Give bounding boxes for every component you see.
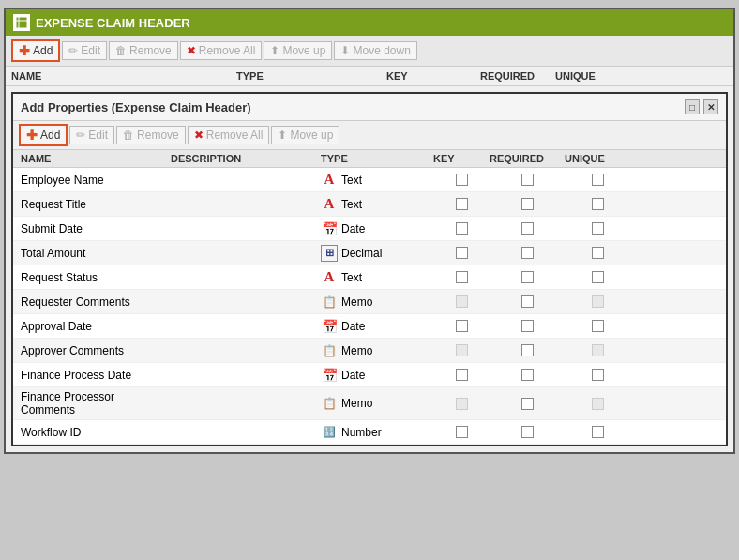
key-checkbox[interactable]	[456, 247, 468, 259]
row-type: A Text	[321, 269, 433, 286]
move-down-button[interactable]: ⬇ Move down	[334, 41, 416, 60]
add-button[interactable]: ✚ Add	[11, 39, 60, 62]
sub-column-header: NAME DESCRIPTION TYPE KEY REQUIRED UNIQU…	[13, 150, 726, 168]
decimal-type-icon: ⊞	[321, 245, 338, 262]
date-type-icon: 📅	[321, 367, 338, 384]
required-checkbox[interactable]	[521, 198, 534, 210]
unique-checkbox[interactable]	[592, 426, 604, 438]
remove-all-label: Remove All	[199, 44, 256, 57]
minimize-button[interactable]: □	[685, 99, 700, 114]
row-name: Workflow ID	[21, 426, 171, 439]
key-cell	[433, 174, 490, 186]
edit-button[interactable]: ✏ Edit	[62, 41, 107, 60]
date-type-icon: 📅	[321, 318, 338, 335]
sub-move-up-button[interactable]: ⬆ Move up	[271, 126, 339, 144]
row-type: 🔢 Number	[321, 424, 433, 441]
unique-cell	[565, 174, 630, 186]
unique-cell	[565, 271, 630, 283]
required-checkbox[interactable]	[521, 344, 534, 356]
required-checkbox[interactable]	[521, 222, 534, 235]
memo-type-icon: 📋	[321, 342, 338, 359]
required-checkbox[interactable]	[521, 295, 534, 308]
type-label: Memo	[341, 397, 372, 410]
row-name: Approval Date	[21, 320, 171, 333]
row-name: Total Amount	[21, 247, 171, 260]
unique-checkbox[interactable]	[592, 222, 604, 235]
sub-remove-button[interactable]: 🗑 Remove	[116, 126, 186, 144]
unique-checkbox[interactable]	[592, 198, 604, 210]
required-cell	[490, 320, 565, 332]
unique-cell	[565, 369, 630, 381]
table-row: Workflow ID 🔢 Number	[13, 420, 726, 445]
sub-panel: Add Properties (Expense Claim Header) □ …	[11, 92, 728, 446]
sub-col-required: REQUIRED	[490, 153, 565, 164]
required-checkbox[interactable]	[521, 369, 534, 381]
type-label: Text	[341, 174, 362, 187]
sub-remove-all-button[interactable]: ✖ Remove All	[188, 126, 270, 144]
unique-checkbox[interactable]	[592, 369, 604, 381]
sub-edit-label: Edit	[88, 129, 108, 142]
sub-edit-button[interactable]: ✏ Edit	[69, 126, 114, 144]
required-cell	[490, 271, 565, 283]
key-cell	[433, 426, 490, 438]
unique-cell	[565, 222, 630, 235]
required-checkbox[interactable]	[521, 398, 534, 410]
unique-cell	[565, 295, 630, 308]
required-cell	[490, 426, 565, 438]
sub-add-button[interactable]: ✚ Add	[19, 124, 68, 146]
key-cell	[433, 247, 490, 259]
remove-all-button[interactable]: ✖ Remove All	[180, 41, 263, 60]
row-type: 📅 Date	[321, 318, 433, 335]
required-checkbox[interactable]	[521, 426, 534, 438]
key-checkbox[interactable]	[456, 174, 468, 186]
required-checkbox[interactable]	[521, 247, 534, 259]
move-up-button[interactable]: ⬆ Move up	[264, 41, 332, 60]
sub-remove-icon: 🗑	[123, 129, 134, 142]
required-cell	[490, 295, 565, 308]
key-cell	[433, 320, 490, 332]
close-button[interactable]: ✕	[703, 99, 718, 114]
key-cell	[433, 222, 490, 235]
required-cell	[490, 369, 565, 381]
svg-rect-0	[16, 17, 27, 28]
required-checkbox[interactable]	[521, 320, 534, 332]
key-checkbox[interactable]	[456, 198, 468, 210]
memo-type-icon: 📋	[321, 294, 338, 310]
key-checkbox[interactable]	[456, 271, 468, 283]
required-checkbox[interactable]	[521, 271, 534, 283]
move-down-icon: ⬇	[340, 44, 350, 57]
plus-icon: ✚	[19, 43, 30, 58]
unique-checkbox[interactable]	[592, 247, 604, 259]
type-label: Date	[341, 369, 365, 382]
sub-toolbar: ✚ Add ✏ Edit 🗑 Remove ✖ Remove All ⬆ Mov…	[13, 121, 726, 150]
remove-button[interactable]: 🗑 Remove	[109, 41, 178, 60]
key-cell	[433, 271, 490, 283]
title-bar: EXPENSE CLAIM HEADER	[6, 9, 733, 36]
unique-checkbox[interactable]	[592, 174, 604, 186]
unique-cell	[565, 247, 630, 259]
type-label: Memo	[341, 295, 372, 309]
key-cell	[433, 295, 490, 308]
move-up-icon: ⬆	[270, 44, 279, 57]
key-cell	[433, 398, 490, 410]
key-checkbox[interactable]	[456, 320, 468, 332]
required-cell	[490, 174, 565, 186]
unique-cell	[565, 344, 630, 356]
remove-icon: 🗑	[115, 44, 127, 57]
unique-checkbox[interactable]	[592, 271, 604, 283]
sub-move-up-icon: ⬆	[278, 129, 287, 142]
type-label: Text	[341, 198, 362, 211]
unique-checkbox[interactable]	[592, 320, 604, 332]
sub-col-type: TYPE	[321, 153, 433, 164]
sub-move-up-label: Move up	[290, 129, 333, 142]
key-checkbox[interactable]	[456, 426, 468, 438]
required-checkbox[interactable]	[521, 174, 534, 186]
key-checkbox[interactable]	[456, 369, 468, 381]
table-row: Requester Comments 📋 Memo	[13, 290, 726, 314]
key-checkbox[interactable]	[456, 222, 468, 235]
key-cell	[433, 369, 490, 381]
sub-col-name: NAME	[21, 153, 171, 164]
title-text: EXPENSE CLAIM HEADER	[36, 16, 190, 30]
row-name: Finance Processor Comments	[21, 390, 171, 416]
remove-all-icon: ✖	[187, 44, 196, 57]
